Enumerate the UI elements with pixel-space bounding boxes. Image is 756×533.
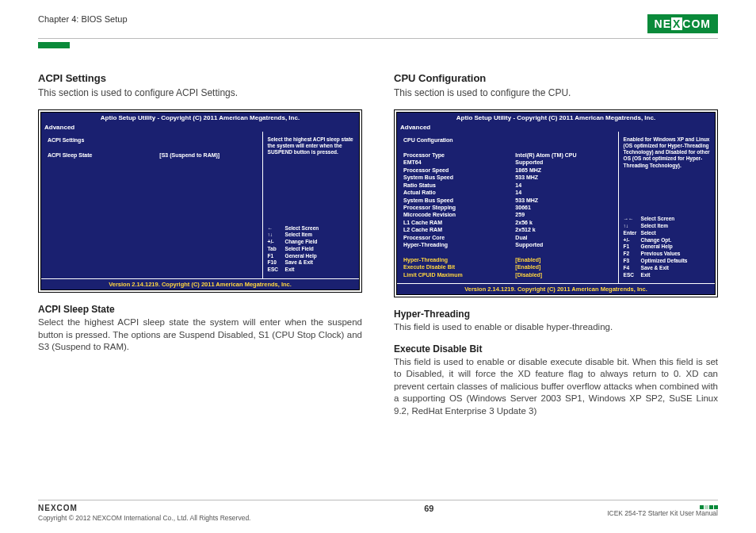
cpu-desc: This section is used to configure the CP…: [394, 87, 718, 98]
bios-main-panel: CPU Configuration Processor TypeEMT64Pro…: [397, 132, 618, 283]
left-column: ACPI Settings This section is used to co…: [38, 72, 362, 427]
bios-main-panel: ACPI Settings ACPI Sleep State [S3 (Susp…: [41, 132, 262, 278]
cpu-bios-screenshot: Aptio Setup Utility - Copyright (C) 2011…: [394, 109, 718, 297]
bios-titlebar: Aptio Setup Utility - Copyright (C) 2011…: [397, 113, 715, 123]
ht-text: This field is used to enable or disable …: [394, 321, 718, 334]
xd-text: This field is used to enable or disable …: [394, 356, 718, 418]
footer-copyright: Copyright © 2012 NEXCOM International Co…: [38, 514, 250, 522]
nexcom-logo: NEXCOM: [647, 14, 718, 33]
bios-titlebar: Aptio Setup Utility - Copyright (C) 2011…: [41, 113, 359, 123]
bios-tabs: Advanced: [41, 123, 359, 132]
right-column: CPU Configuration This section is used t…: [394, 72, 718, 427]
bios-help-panel: Enabled for Windows XP and Linux (OS opt…: [618, 132, 715, 283]
ht-heading: Hyper-Threading: [394, 309, 718, 320]
acpi-desc: This section is used to configure ACPI S…: [38, 87, 362, 98]
footer-manual-name: ICEK 254-T2 Starter Kit User Manual: [607, 509, 718, 517]
bios-help-panel: Select the highest ACPI sleep state the …: [262, 132, 359, 278]
acpi-bios-screenshot: Aptio Setup Utility - Copyright (C) 2011…: [38, 109, 362, 293]
page-tab-marker: [38, 42, 70, 48]
page-number: 69: [424, 504, 433, 513]
footer-logo: NEXCOM: [38, 504, 250, 512]
page-footer: NEXCOM Copyright © 2012 NEXCOM Internati…: [38, 500, 718, 522]
bios-footer: Version 2.14.1219. Copyright (C) 2011 Am…: [397, 283, 715, 294]
content-columns: ACPI Settings This section is used to co…: [38, 72, 718, 427]
xd-heading: Execute Disable Bit: [394, 343, 718, 355]
page-header: Chapter 4: BIOS Setup NEXCOM: [38, 14, 718, 39]
chapter-title: Chapter 4: BIOS Setup: [38, 14, 128, 24]
bios-footer: Version 2.14.1219. Copyright (C) 2011 Am…: [41, 278, 359, 290]
acpi-sleep-text: Select the highest ACPI sleep state the …: [38, 316, 362, 354]
bios-tabs: Advanced: [397, 123, 715, 132]
acpi-title: ACPI Settings: [38, 72, 362, 84]
cpu-title: CPU Configuration: [394, 72, 718, 84]
acpi-sleep-heading: ACPI Sleep State: [38, 304, 362, 315]
